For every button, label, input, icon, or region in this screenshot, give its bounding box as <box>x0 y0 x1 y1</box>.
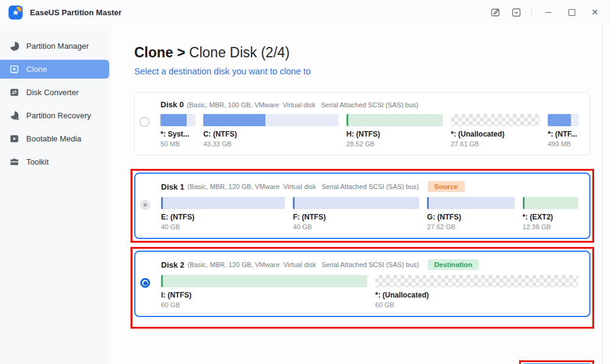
disk-body: *: Syst...50 MBC: (NTFS)43.33 GBH: (NTFS… <box>140 114 579 148</box>
partition-row: *: Syst...50 MBC: (NTFS)43.33 GBH: (NTFS… <box>160 114 579 148</box>
partition-bar <box>293 197 419 209</box>
disk-name: Disk 1 <box>161 182 184 191</box>
breadcrumb: Clone > Clone Disk (2/4) <box>134 45 610 61</box>
partition-e-ntfs: E: (NTFS)40 GB <box>161 197 285 230</box>
partition-unallocated: *: (Unallocated)27.61 GB <box>451 114 540 148</box>
breadcrumb-section: Clone <box>134 45 173 60</box>
disk-list: Disk 0(Basic, MBR, 100 GB, VMware Virtua… <box>134 92 598 329</box>
partition-bar-fill <box>160 114 187 126</box>
breadcrumb-arrow: > <box>177 45 185 60</box>
partition-label: I: (NTFS) <box>161 291 367 299</box>
partition-bar <box>548 114 579 126</box>
partition-label: *: (EXT2) <box>523 213 578 221</box>
partition-bar <box>346 114 443 126</box>
disk-card-disk-0[interactable]: Disk 0(Basic, MBR, 100 GB, VMware Virtua… <box>134 92 590 155</box>
partition-label: F: (NTFS) <box>293 213 419 221</box>
partition-h-ntfs: H: (NTFS)28.52 GB <box>346 114 443 148</box>
app-logo-icon: ★ <box>9 5 23 20</box>
partition-size: 40 GB <box>161 223 285 230</box>
sidebar-item-bootable-media[interactable]: Bootable Media <box>0 129 109 148</box>
partition-bar-fill <box>548 114 571 126</box>
minimize-button[interactable]: ─ <box>542 5 555 19</box>
source-badge: Source <box>428 181 465 192</box>
partition-syst: *: Syst...50 MB <box>160 114 195 148</box>
disk-card-disk-1[interactable]: Disk 1(Basic, MBR, 120 GB, VMware Virtua… <box>134 173 590 239</box>
partition-ext2: *: (EXT2)12.38 GB <box>523 197 578 230</box>
disk-header: Disk 1(Basic, MBR, 120 GB, VMware Virtua… <box>161 181 578 192</box>
disk-radio-disk-0[interactable] <box>140 117 149 127</box>
feedback-note-icon[interactable] <box>490 7 501 18</box>
disk-gap <box>134 243 598 247</box>
disk-name: Disk 0 <box>160 100 184 109</box>
disk-body: E: (NTFS)40 GBF: (NTFS)40 GBG: (NTFS)27.… <box>140 197 578 230</box>
partition-bar <box>161 275 367 287</box>
sidebar-item-label: Clone <box>26 65 47 74</box>
partition-bar <box>161 197 285 209</box>
partition-label: *: (NTF... <box>548 130 579 138</box>
bootable-media-icon <box>9 134 20 144</box>
breadcrumb-page: Clone Disk (2/4) <box>189 45 290 60</box>
partition-size: 50 MB <box>160 140 195 148</box>
partition-size: 40 GB <box>293 223 419 230</box>
disk-header: Disk 0(Basic, MBR, 100 GB, VMware Virtua… <box>160 100 579 109</box>
close-button[interactable]: ✕ <box>588 5 601 19</box>
titlebar: ★ EaseUS Partition Master ─ ✕ <box>0 0 610 24</box>
sidebar-item-label: Partition Recovery <box>26 111 91 120</box>
partition-size: 499 MB <box>548 140 579 148</box>
main-content: Clone > Clone Disk (2/4) Select a destin… <box>111 24 610 364</box>
partition-label: H: (NTFS) <box>346 130 443 138</box>
partition-size: 60 GB <box>161 301 367 309</box>
partition-recovery-icon <box>9 110 20 121</box>
sidebar-item-partition-manager[interactable]: Partition Manager <box>0 37 109 55</box>
partition-label: G: (NTFS) <box>427 213 514 221</box>
annotation-box-disk-2: Disk 2(Basic, MBR, 120 GB, VMware Virtua… <box>131 247 594 329</box>
pie-chart-icon <box>9 41 20 51</box>
footer-actions: Cancel Back Next <box>131 360 594 364</box>
partition-label: E: (NTFS) <box>161 213 285 221</box>
sidebar: Partition ManagerCloneDisk ConverterPart… <box>0 24 111 364</box>
titlebar-divider <box>531 7 532 17</box>
page-subtitle: Select a destination disk you want to cl… <box>134 66 610 76</box>
disk-body: I: (NTFS)60 GB*: (Unallocated)60 GB <box>140 275 578 309</box>
partition-bar <box>427 197 514 209</box>
partition-label: *: (Unallocated) <box>375 291 578 299</box>
partition-bar-fill <box>203 114 265 126</box>
sidebar-item-partition-recovery[interactable]: Partition Recovery <box>0 106 109 125</box>
sidebar-item-label: Toolkit <box>26 157 49 166</box>
partition-bar <box>523 197 578 209</box>
disk-radio-disk-1 <box>140 200 150 210</box>
disk-gap <box>134 155 598 169</box>
partition-label: C: (NTFS) <box>203 130 339 138</box>
partition-bar <box>160 114 195 126</box>
partition-row: I: (NTFS)60 GB*: (Unallocated)60 GB <box>161 275 578 309</box>
partition-label: *: (Unallocated) <box>451 130 540 138</box>
disk-card-disk-2[interactable]: Disk 2(Basic, MBR, 120 GB, VMware Virtua… <box>134 251 590 317</box>
partition-ntf: *: (NTF...499 MB <box>548 114 579 148</box>
partition-label: *: Syst... <box>160 130 195 138</box>
version-dropdown-icon[interactable] <box>511 7 522 18</box>
partition-bar <box>203 114 339 126</box>
partition-c-ntfs: C: (NTFS)43.33 GB <box>203 114 339 148</box>
sidebar-item-label: Partition Manager <box>26 41 89 51</box>
destination-badge: Destination <box>428 259 479 270</box>
partition-bar <box>451 114 540 126</box>
partition-size: 27.61 GB <box>451 140 540 148</box>
partition-row: E: (NTFS)40 GBF: (NTFS)40 GBG: (NTFS)27.… <box>161 197 578 230</box>
toolkit-icon <box>9 157 20 167</box>
partition-size: 12.38 GB <box>523 223 578 230</box>
disk-details: (Basic, MBR, 120 GB, VMware Virtual disk… <box>187 183 418 190</box>
sidebar-item-label: Disk Converter <box>26 88 79 97</box>
disk-converter-icon <box>9 87 20 98</box>
partition-unallocated: *: (Unallocated)60 GB <box>375 275 578 309</box>
app-title: EaseUS Partition Master <box>30 8 121 17</box>
sidebar-item-clone[interactable]: Clone <box>0 60 109 79</box>
disk-header: Disk 2(Basic, MBR, 120 GB, VMware Virtua… <box>161 259 578 270</box>
sidebar-item-toolkit[interactable]: Toolkit <box>0 152 109 171</box>
partition-size: 27.62 GB <box>427 223 514 230</box>
maximize-button[interactable] <box>565 5 578 19</box>
partition-bar <box>375 275 578 287</box>
annotation-box-next: Next <box>519 360 594 364</box>
sidebar-item-disk-converter[interactable]: Disk Converter <box>0 83 109 102</box>
clone-icon <box>9 64 20 74</box>
disk-radio-disk-2[interactable] <box>140 278 150 288</box>
